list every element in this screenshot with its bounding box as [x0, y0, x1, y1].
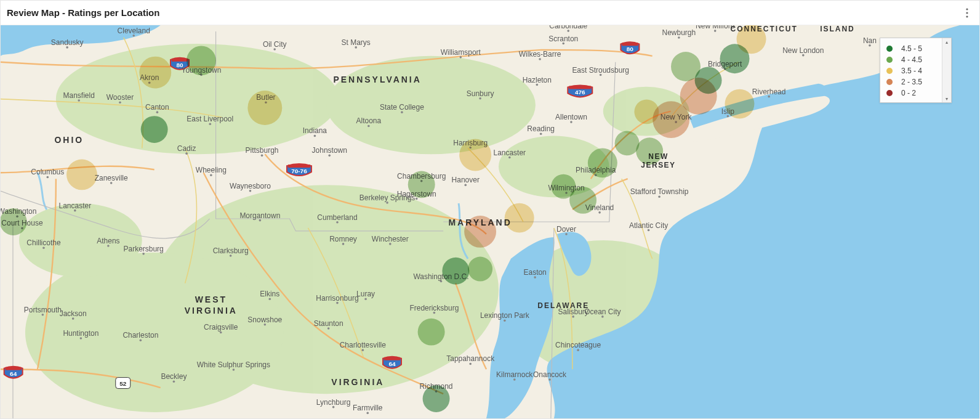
city-label: White Sulphur Springs: [197, 360, 270, 369]
city-label: Parkersburg: [124, 245, 164, 253]
rating-bubble[interactable]: DC east — 4 - 4.5: [468, 257, 492, 282]
svg-point-5: [326, 56, 536, 155]
region-label: DELAWARE: [537, 301, 589, 310]
rating-bubble[interactable]: Richmond VA — 4.5 - 5: [423, 385, 450, 412]
city-label: Easton: [523, 268, 546, 277]
city-label: Romney: [329, 235, 357, 243]
rating-bubble[interactable]: NJ central — 4 - 4.5: [636, 137, 663, 165]
legend-label: 3.5 - 4: [901, 67, 922, 75]
legend-item[interactable]: 2 - 3.5: [886, 76, 945, 87]
panel-title: Review Map - Ratings per Location: [7, 7, 159, 18]
map-canvas[interactable]: 808047670-76646452 SanduskyClevelandAkro…: [1, 25, 979, 418]
city-label: Tappahannock: [446, 355, 494, 364]
legend-label: 0 - 2: [901, 89, 916, 97]
city-label: Lynchburg: [316, 398, 351, 407]
rating-bubble[interactable]: Akron OH — 3.5 - 4: [139, 57, 171, 89]
city-label: Lexington Park: [480, 311, 529, 320]
svg-point-1: [966, 12, 968, 14]
city-label: State College: [380, 103, 424, 112]
legend-scroll-down[interactable]: ▾: [942, 95, 951, 102]
city-label: Lancaster: [493, 148, 526, 157]
legend-item[interactable]: 4 - 4.5: [886, 54, 945, 65]
city-label: Huntington: [63, 329, 98, 338]
legend-item[interactable]: 0 - 2: [886, 87, 945, 99]
city-label: Harrisonburg: [316, 294, 358, 303]
legend-scrollbar[interactable]: ▴ ▾: [942, 38, 951, 102]
rating-bubble[interactable]: Stamford CT area — 4.5 - 5: [695, 67, 722, 94]
city-label: New London: [782, 46, 824, 55]
city-label: Winchester: [372, 235, 409, 243]
city-label: Reading: [527, 124, 555, 133]
interstate-shield: 476: [568, 85, 592, 97]
city-label: Canton: [145, 103, 169, 112]
svg-point-2: [966, 15, 968, 17]
city-label: Dover: [556, 225, 576, 234]
rating-bubble[interactable]: Philadelphia W — 4 - 4.5: [551, 174, 576, 199]
city-label: Williamsport: [441, 48, 481, 57]
city-label: Staunton: [314, 319, 343, 328]
legend-swatch: [886, 57, 893, 63]
interstate-shield: 70-76: [287, 164, 311, 176]
city-label: Pittsburgh: [246, 146, 279, 155]
city-label: East Liverpool: [187, 115, 233, 123]
city-label: Carbondale: [549, 25, 587, 30]
region-label: ISLAND: [820, 25, 855, 33]
city-label: Lancaster: [59, 201, 92, 210]
city-label: East Stroudsburg: [572, 66, 629, 75]
city-label: Stafford Township: [630, 187, 689, 196]
legend-swatch: [886, 90, 893, 96]
rating-bubble[interactable]: Zanesville OH — 3.5 - 4: [66, 160, 97, 190]
city-label: Clarksburg: [213, 246, 249, 255]
city-label: Wilkes-Barre: [519, 50, 561, 59]
city-label: Johnstown: [312, 146, 347, 155]
rating-bubble[interactable]: DC metro — 4.5 - 5: [442, 258, 469, 285]
city-label: Wheeling: [196, 166, 227, 174]
city-label: Morgantown: [239, 211, 280, 220]
legend-label: 4.5 - 5: [901, 44, 922, 53]
city-label: Fredericksburg: [409, 304, 459, 312]
rating-bubble[interactable]: Butler PA area — 3.5 - 4: [247, 91, 282, 125]
rating-legend: 4.5 - 54 - 4.53.5 - 42 - 3.50 - 2 ▴ ▾: [880, 38, 952, 103]
city-label: Altoona: [356, 117, 382, 126]
city-label: Jackson: [60, 309, 87, 318]
rating-bubble[interactable]: Chambersburg PA — 4 - 4.5: [408, 171, 435, 198]
region-label: WEST: [195, 295, 227, 304]
rating-bubble[interactable]: Washington DC — 2 - 3.5: [464, 216, 496, 248]
region-label: PENNSYLVANIA: [333, 75, 421, 84]
city-label: Scranton: [548, 35, 578, 43]
city-label: Berkeley Springs: [359, 193, 416, 202]
interstate-shield: 64: [4, 367, 23, 378]
review-map-panel: Review Map - Ratings per Location: [0, 0, 980, 419]
legend-label: 2 - 3.5: [901, 78, 922, 86]
rating-bubble[interactable]: Philadelphia — 4 - 4.5: [588, 148, 617, 177]
city-label: Hanover: [452, 176, 480, 184]
svg-text:70-76: 70-76: [291, 168, 307, 174]
city-label: Cadiz: [177, 144, 196, 153]
rating-bubble[interactable]: Court House OH — 4 - 4.5: [1, 208, 27, 235]
svg-text:52: 52: [119, 380, 127, 387]
rating-bubble[interactable]: NYC W — 3.5 - 4: [634, 99, 659, 124]
legend-item[interactable]: 3.5 - 4: [886, 65, 945, 76]
rating-bubble[interactable]: Youngstown OH area — 4 - 4.5: [187, 46, 216, 75]
city-label: Zanesville: [95, 174, 128, 182]
rating-bubble[interactable]: Fredericksburg VA — 4 - 4.5: [418, 319, 445, 346]
city-label: Hazleton: [523, 76, 552, 84]
rating-bubble[interactable]: Cambridge OH area — 4.5 - 5: [141, 116, 168, 143]
panel-menu-button[interactable]: [961, 7, 973, 19]
city-label: Oil City: [263, 40, 287, 49]
interstate-shield: 64: [383, 357, 401, 368]
city-label: Onancock: [533, 370, 566, 379]
city-label: Nan: [863, 36, 877, 45]
rating-bubble[interactable]: Harrisburg PA — 3.5 - 4: [459, 139, 491, 171]
city-label: Ocean City: [584, 307, 621, 316]
city-label: Riverhead: [752, 87, 786, 96]
rating-bubble[interactable]: NJ south — 4 - 4.5: [615, 131, 640, 155]
city-label: Luray: [356, 290, 375, 298]
legend-scroll-up[interactable]: ▴: [942, 38, 951, 46]
city-label: Atlantic City: [629, 221, 668, 230]
rating-bubble[interactable]: Frederick MD area — 3.5 - 4: [505, 203, 534, 233]
rating-bubble[interactable]: Islip NY — 3.5 - 4: [725, 89, 754, 119]
svg-text:64: 64: [10, 370, 17, 377]
legend-item[interactable]: 4.5 - 5: [886, 43, 945, 54]
rating-bubble[interactable]: Danbury CT area — 3.5 - 4: [737, 25, 766, 54]
